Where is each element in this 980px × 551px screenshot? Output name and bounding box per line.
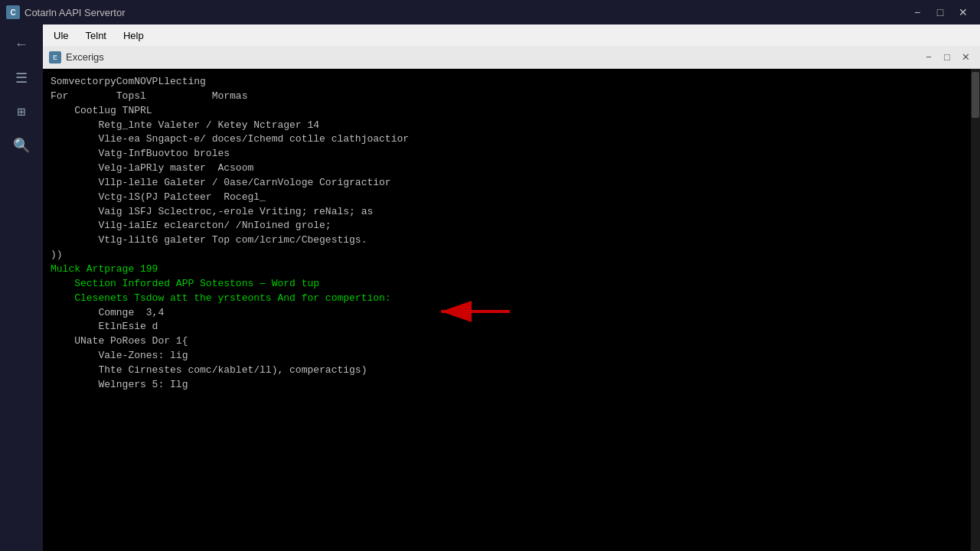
sub-window-icon: E — [49, 51, 61, 64]
menu-bar: Ule Telnt Help — [43, 24, 980, 46]
terminal-line: Cootlug TNPRL — [51, 104, 972, 119]
sub-window-controls: − □ ✕ — [920, 50, 974, 65]
menu-help[interactable]: Help — [116, 28, 152, 44]
app-title: Cotarln AAPI Servertor — [24, 7, 906, 18]
terminal-line: Vilg-ialEz eclearcton/ /NnIoined grole; — [51, 219, 972, 233]
close-button[interactable]: ✕ — [952, 4, 974, 21]
terminal-line: Vctg-lS(PJ Palcteer Rocegl_ — [51, 191, 972, 205]
terminal-line: )) — [51, 248, 972, 262]
sub-minimize-button[interactable]: − — [920, 50, 937, 65]
app-icon: C — [6, 5, 20, 19]
terminal[interactable]: SomvectorpyComNOVPLlectingFor Topsl Morm… — [43, 69, 980, 551]
terminal-line: For Topsl Mormas — [51, 90, 972, 104]
menu-telnt[interactable]: Telnt — [78, 28, 114, 44]
sidebar-grid-icon[interactable]: ⊞ — [8, 98, 35, 126]
terminal-line: UNate PoRoes Dor 1{ — [51, 334, 972, 349]
terminal-line: Vaig lSFJ Sclectroc,-erole Vriting; reNa… — [51, 205, 972, 220]
minimize-button[interactable]: − — [906, 4, 928, 21]
scrollbar-thumb[interactable] — [972, 72, 979, 118]
menu-ule[interactable]: Ule — [46, 28, 77, 44]
terminal-line: EtlnEsie d — [51, 320, 972, 334]
app-container: ← ☰ ⊞ 🔍 Ule Telnt Help E Excerigs − □ ✕ — [0, 24, 980, 551]
sub-maximize-button[interactable]: □ — [939, 50, 956, 65]
terminal-line: Vatg-InfBuovtoo broles — [51, 147, 972, 161]
sidebar-menu-icon[interactable]: ☰ — [8, 64, 35, 92]
terminal-line: Comnge 3,4 — [51, 306, 972, 321]
terminal-line: Vtlg-liltG galeter Top com/lcrimc/Cbeges… — [51, 233, 972, 248]
terminal-line: Thte Cirnestes comc/kablet/ll), comperac… — [51, 364, 972, 378]
sidebar-back-icon[interactable]: ← — [8, 31, 35, 58]
title-bar-controls: − □ ✕ — [906, 4, 974, 21]
sub-window: E Excerigs − □ ✕ SomvectorpyComNOVPLlect… — [43, 46, 980, 551]
terminal-line: Vale-Zones: lig — [51, 349, 972, 364]
terminal-line: Retg_lnte Valeter / Ketey Nctrager 14 — [51, 119, 972, 133]
terminal-line: Vlie-ea Sngapct-e/ doces/Ichemd cotlle c… — [51, 132, 972, 147]
terminal-line: Velg-laPRly master Acsoom — [51, 161, 972, 176]
scrollbar[interactable] — [971, 69, 980, 551]
title-bar: C Cotarln AAPI Servertor − □ ✕ — [0, 0, 980, 24]
main-content: Ule Telnt Help E Excerigs − □ ✕ Somvecto… — [43, 24, 980, 551]
sub-close-button[interactable]: ✕ — [957, 50, 974, 65]
terminal-line: Welngers 5: Ilg — [51, 378, 972, 393]
terminal-line: SomvectorpyComNOVPLlecting — [51, 75, 972, 90]
sub-title-bar: E Excerigs − □ ✕ — [43, 46, 980, 69]
sidebar-search-icon[interactable]: 🔍 — [8, 132, 35, 159]
terminal-line: Section Inforded APP Sotestons — Word tu… — [51, 277, 972, 292]
sidebar: ← ☰ ⊞ 🔍 — [0, 24, 43, 551]
sub-window-title: Excerigs — [66, 51, 920, 63]
terminal-line: Clesenets Tsdow att the yrsteonts And fo… — [51, 292, 972, 306]
terminal-line: Mulck Artprage 199 — [51, 262, 972, 277]
terminal-line: Vllp-lelle Galeter / 0ase/CarnVologe Cor… — [51, 176, 972, 191]
maximize-button[interactable]: □ — [929, 4, 951, 21]
